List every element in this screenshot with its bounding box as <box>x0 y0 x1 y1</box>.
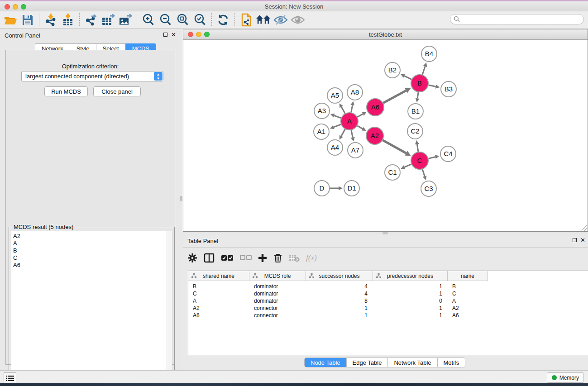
graph-node-A3[interactable]: A3 <box>314 103 330 119</box>
result-item[interactable]: A2 <box>13 233 167 240</box>
edge-A-A3[interactable] <box>334 115 341 118</box>
tab-edge-table[interactable]: Edge Table <box>347 358 388 367</box>
zoom-in-icon[interactable] <box>141 13 156 27</box>
application-window: Session: New Session <box>0 0 588 386</box>
edge-C-C3[interactable] <box>422 169 425 176</box>
node-table[interactable]: shared nameMCDS rolesuccessor nodesprede… <box>188 271 588 355</box>
network-document-icon[interactable] <box>239 13 254 27</box>
graph-node-D[interactable]: D <box>314 181 330 196</box>
zoom-out-icon[interactable] <box>158 13 173 27</box>
edge-B-B3[interactable] <box>429 85 436 86</box>
edge-C-C4[interactable] <box>428 157 435 159</box>
hide-eye-icon[interactable] <box>273 13 288 27</box>
edge-A-A6[interactable] <box>358 114 363 117</box>
tab-network-table[interactable]: Network Table <box>388 358 437 367</box>
table-row[interactable]: A6connector11A6 <box>188 312 488 319</box>
graph-node-A2[interactable]: A2 <box>366 127 383 144</box>
criterion-dropdown[interactable]: largest connected component (directed) ▲… <box>21 71 163 81</box>
graph-node-A7[interactable]: A7 <box>348 143 363 158</box>
network-graph-canvas[interactable]: B4B2BB3B1A5A8A6A3AA1C2A4A7A2C4CC1C3DD1 <box>183 40 588 231</box>
result-scrollbar[interactable] <box>167 231 172 380</box>
table-row[interactable]: Adominator80A <box>188 297 488 305</box>
edge-A-A2[interactable] <box>357 126 363 129</box>
arrowhead <box>423 176 427 180</box>
export-table-icon[interactable] <box>100 13 116 27</box>
edge-C-C1[interactable] <box>405 164 411 167</box>
graph-node-C1[interactable]: C1 <box>385 165 400 180</box>
graph-node-B3[interactable]: B3 <box>441 81 456 97</box>
graph-node-B[interactable]: B <box>411 75 428 92</box>
zoom-fit-icon[interactable] <box>175 13 191 27</box>
table-row[interactable]: A2connector11A2 <box>188 305 488 312</box>
graph-node-A6[interactable]: A6 <box>367 99 384 116</box>
edge-A-A5[interactable] <box>341 107 345 113</box>
graph-node-B4[interactable]: B4 <box>421 46 437 62</box>
result-item[interactable]: A6 <box>13 262 167 269</box>
vertical-split-handle[interactable] <box>180 196 182 201</box>
import-table-icon[interactable] <box>60 13 76 27</box>
close-table-panel-icon[interactable]: ✕ <box>580 238 585 242</box>
column-header-name[interactable]: name <box>448 271 488 281</box>
edge-B-B4[interactable] <box>422 67 425 75</box>
graph-node-C[interactable]: C <box>411 152 428 169</box>
edge-A6-B[interactable] <box>383 91 406 103</box>
table-settings-gear-icon[interactable] <box>187 253 197 263</box>
column-header-successor-nodes[interactable]: successor nodes <box>306 271 373 281</box>
graph-node-A4[interactable]: A4 <box>327 140 343 155</box>
close-panel-icon[interactable]: ✕ <box>171 33 176 37</box>
result-item[interactable]: A <box>13 240 167 247</box>
edge-A-A7[interactable] <box>351 130 353 138</box>
table-row[interactable]: Bdominator41B <box>188 283 488 290</box>
graph-node-A5[interactable]: A5 <box>327 88 343 103</box>
edge-A2-C[interactable] <box>382 140 406 153</box>
create-column-icon[interactable] <box>258 253 267 262</box>
edge-B-B1[interactable] <box>417 92 418 99</box>
column-header-predecessor-nodes[interactable]: predecessor nodes <box>373 271 448 281</box>
float-table-panel-icon[interactable] <box>573 238 577 242</box>
close-panel-button[interactable]: Close panel <box>93 86 141 96</box>
edge-A-A4[interactable] <box>341 129 345 136</box>
column-header-MCDS-role[interactable]: MCDS role <box>249 271 306 281</box>
table-row[interactable]: Cdominator41C <box>188 290 488 297</box>
graph-node-B1[interactable]: B1 <box>408 104 423 119</box>
graph-node-D1[interactable]: D1 <box>344 181 359 196</box>
edge-A-A8[interactable] <box>351 105 353 113</box>
result-item[interactable]: B <box>13 247 167 254</box>
column-header-shared-name[interactable]: shared name <box>188 271 249 281</box>
tab-node-table[interactable]: Node Table <box>305 358 347 367</box>
apply-layout-icon[interactable] <box>215 13 231 27</box>
home-icon[interactable] <box>256 13 271 27</box>
export-image-icon[interactable] <box>118 13 133 27</box>
edge-C-C2[interactable] <box>417 144 418 152</box>
network-window-titlebar[interactable]: testGlobe.txt <box>183 29 588 40</box>
graph-node-A1[interactable]: A1 <box>314 124 329 139</box>
open-session-icon[interactable] <box>3 13 18 27</box>
task-history-button[interactable] <box>4 372 16 384</box>
horizontal-split-handle[interactable] <box>382 232 388 234</box>
toggle-column-panel-icon[interactable] <box>204 253 215 263</box>
mcds-result-list[interactable]: A2ABCA6 <box>11 231 167 380</box>
edge-B-B2[interactable] <box>404 76 411 80</box>
select-all-columns-icon[interactable] <box>221 254 234 262</box>
graph-node-A[interactable]: A <box>341 113 358 130</box>
graph-node-B2[interactable]: B2 <box>385 62 400 78</box>
tab-motifs[interactable]: Motifs <box>438 358 465 367</box>
graph-node-C4[interactable]: C4 <box>440 146 456 162</box>
run-mcds-button[interactable]: Run MCDS <box>44 86 88 96</box>
deselect-all-columns-icon[interactable] <box>240 255 252 261</box>
window-resize-grip[interactable] <box>582 225 587 231</box>
network-file-title: testGlobe.txt <box>183 31 588 38</box>
graph-node-A8[interactable]: A8 <box>347 85 363 100</box>
graph-node-C3[interactable]: C3 <box>421 181 436 196</box>
result-item[interactable]: C <box>13 254 167 262</box>
memory-button[interactable]: Memory <box>547 372 584 383</box>
search-input[interactable] <box>450 14 584 24</box>
edge-A-A1[interactable] <box>334 124 341 127</box>
save-session-icon[interactable] <box>20 13 35 27</box>
float-panel-icon[interactable] <box>163 33 167 37</box>
zoom-selected-icon[interactable] <box>192 13 208 27</box>
graph-node-C2[interactable]: C2 <box>407 124 423 139</box>
export-network-icon[interactable] <box>83 13 99 27</box>
delete-column-icon[interactable] <box>273 253 282 263</box>
import-network-icon[interactable] <box>43 13 58 27</box>
